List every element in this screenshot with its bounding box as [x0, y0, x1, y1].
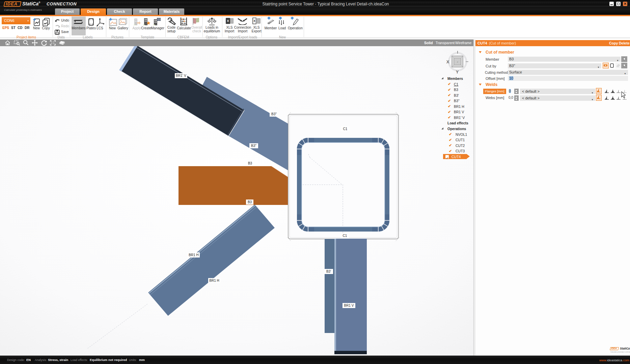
svg-text:BR1' V: BR1' V: [176, 74, 186, 78]
svg-text:BR1 H: BR1 H: [209, 279, 219, 282]
svg-text:X: X: [446, 59, 449, 64]
svg-text:B3'': B3'': [251, 144, 256, 148]
svg-text:C1: C1: [343, 234, 347, 238]
svg-text:B3'': B3'': [271, 112, 277, 116]
svg-text:B3: B3: [248, 200, 252, 204]
svg-text:B3: B3: [248, 161, 252, 165]
svg-text:B3': B3': [326, 270, 331, 273]
svg-text:z: z: [457, 60, 458, 63]
svg-text:Y: Y: [456, 69, 459, 74]
svg-text:BR1 H: BR1 H: [189, 253, 198, 257]
svg-text:x: x: [227, 19, 229, 23]
svg-text:BR1 V: BR1 V: [344, 304, 354, 307]
svg-text:C1: C1: [343, 127, 348, 131]
svg-text:x: x: [253, 19, 255, 23]
